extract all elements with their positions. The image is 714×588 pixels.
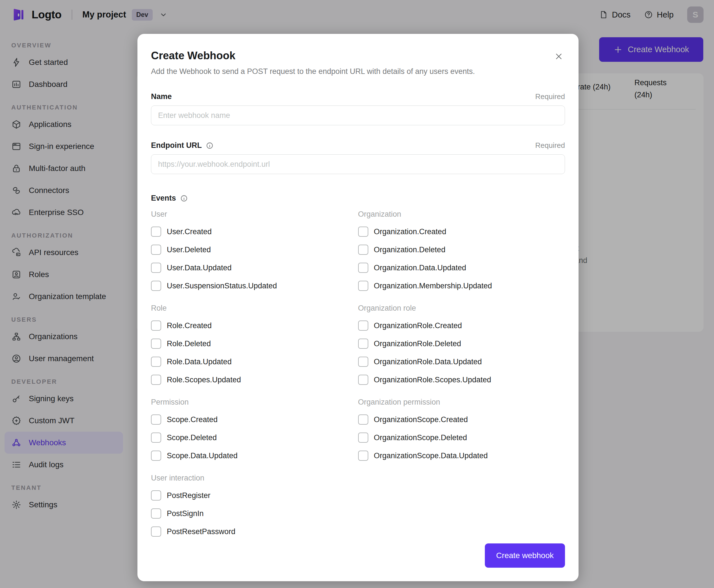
checkbox-unchecked-icon[interactable]: [358, 320, 368, 331]
event-option-label: User.Created: [167, 227, 212, 236]
event-option-user-suspensionstatus-updated[interactable]: User.SuspensionStatus.Updated: [151, 281, 358, 291]
checkbox-unchecked-icon[interactable]: [358, 339, 368, 349]
create-webhook-modal: Create Webhook Add the Webhook to send a…: [138, 34, 579, 581]
event-option-role-deleted[interactable]: Role.Deleted: [151, 339, 358, 349]
event-option-user-created[interactable]: User.Created: [151, 227, 358, 237]
event-option-scope-deleted[interactable]: Scope.Deleted: [151, 433, 358, 443]
event-option-label: Role.Scopes.Updated: [167, 376, 241, 384]
event-option-postsignin[interactable]: PostSignIn: [151, 508, 358, 519]
event-option-user-data-updated[interactable]: User.Data.Updated: [151, 263, 358, 273]
event-option-user-deleted[interactable]: User.Deleted: [151, 245, 358, 255]
event-option-organizationscope-data-updated[interactable]: OrganizationScope.Data.Updated: [358, 450, 565, 461]
event-option-label: Role.Data.Updated: [167, 357, 232, 366]
event-option-label: User.Deleted: [167, 246, 211, 254]
checkbox-unchecked-icon[interactable]: [151, 526, 161, 537]
event-group-heading: Organization role: [358, 304, 565, 313]
create-webhook-submit-button[interactable]: Create webhook: [485, 543, 565, 568]
event-option-organization-membership-updated[interactable]: Organization.Membership.Updated: [358, 281, 565, 291]
checkbox-unchecked-icon[interactable]: [151, 281, 161, 291]
checkbox-unchecked-icon[interactable]: [151, 450, 161, 461]
events-section-label: Events: [151, 194, 176, 203]
modal-title: Create Webhook: [151, 50, 235, 62]
event-option-label: Organization.Deleted: [374, 246, 446, 254]
checkbox-unchecked-icon[interactable]: [151, 263, 161, 273]
endpoint-url-field-label: Endpoint URL: [151, 141, 202, 150]
event-option-organizationrole-deleted[interactable]: OrganizationRole.Deleted: [358, 339, 565, 349]
event-group-heading: Role: [151, 304, 358, 313]
event-option-label: OrganizationScope.Deleted: [374, 434, 467, 442]
checkbox-unchecked-icon[interactable]: [358, 263, 368, 273]
event-group-organization-permission: Organization permissionOrganizationScope…: [358, 398, 565, 461]
event-option-label: Scope.Created: [167, 415, 217, 424]
event-group-organization-role: Organization roleOrganizationRole.Create…: [358, 304, 565, 385]
event-group-organization: OrganizationOrganization.CreatedOrganiza…: [358, 210, 565, 291]
event-option-label: OrganizationScope.Data.Updated: [374, 451, 488, 460]
endpoint-url-input[interactable]: [151, 154, 565, 174]
event-option-label: OrganizationRole.Deleted: [374, 339, 461, 348]
checkbox-unchecked-icon[interactable]: [358, 227, 368, 237]
event-group-role: RoleRole.CreatedRole.DeletedRole.Data.Up…: [151, 304, 358, 385]
checkbox-unchecked-icon[interactable]: [358, 281, 368, 291]
event-option-organizationrole-created[interactable]: OrganizationRole.Created: [358, 320, 565, 331]
event-option-postregister[interactable]: PostRegister: [151, 490, 358, 501]
info-icon: [206, 142, 214, 149]
event-group-heading: User: [151, 210, 358, 219]
checkbox-unchecked-icon[interactable]: [151, 320, 161, 331]
event-option-role-data-updated[interactable]: Role.Data.Updated: [151, 357, 358, 367]
event-option-label: Scope.Data.Updated: [167, 451, 238, 460]
event-option-organization-deleted[interactable]: Organization.Deleted: [358, 245, 565, 255]
checkbox-unchecked-icon[interactable]: [151, 508, 161, 519]
event-option-scope-data-updated[interactable]: Scope.Data.Updated: [151, 450, 358, 461]
modal-subtitle: Add the Webhook to send a POST request t…: [151, 67, 565, 76]
event-group-user: UserUser.CreatedUser.DeletedUser.Data.Up…: [151, 210, 358, 291]
event-group-heading: User interaction: [151, 474, 358, 482]
event-option-organization-data-updated[interactable]: Organization.Data.Updated: [358, 263, 565, 273]
event-group-heading: Organization: [358, 210, 565, 219]
event-option-label: PostResetPassword: [167, 527, 235, 536]
endpoint-required-badge: Required: [535, 141, 565, 150]
event-option-organizationrole-data-updated[interactable]: OrganizationRole.Data.Updated: [358, 357, 565, 367]
checkbox-unchecked-icon[interactable]: [358, 415, 368, 425]
checkbox-unchecked-icon[interactable]: [151, 433, 161, 443]
event-option-label: Organization.Data.Updated: [374, 264, 466, 272]
event-option-organization-created[interactable]: Organization.Created: [358, 227, 565, 237]
name-field-label: Name: [151, 92, 172, 101]
event-option-label: PostRegister: [167, 491, 211, 500]
event-option-organizationscope-deleted[interactable]: OrganizationScope.Deleted: [358, 433, 565, 443]
event-option-label: Organization.Membership.Updated: [374, 281, 492, 290]
event-option-scope-created[interactable]: Scope.Created: [151, 415, 358, 425]
event-option-label: User.SuspensionStatus.Updated: [167, 281, 277, 290]
checkbox-unchecked-icon[interactable]: [151, 339, 161, 349]
event-option-label: OrganizationRole.Data.Updated: [374, 357, 482, 366]
info-icon: [180, 194, 188, 202]
event-group-user-interaction: User interactionPostRegisterPostSignInPo…: [151, 474, 358, 537]
event-option-label: PostSignIn: [167, 509, 204, 518]
event-option-label: User.Data.Updated: [167, 264, 232, 272]
event-option-organizationscope-created[interactable]: OrganizationScope.Created: [358, 415, 565, 425]
event-option-postresetpassword[interactable]: PostResetPassword: [151, 526, 358, 537]
event-option-label: Scope.Deleted: [167, 434, 217, 442]
close-icon[interactable]: [552, 50, 565, 63]
event-option-label: Organization.Created: [374, 227, 446, 236]
event-option-role-created[interactable]: Role.Created: [151, 320, 358, 331]
event-option-role-scopes-updated[interactable]: Role.Scopes.Updated: [151, 375, 358, 385]
checkbox-unchecked-icon[interactable]: [358, 357, 368, 367]
event-option-label: OrganizationRole.Scopes.Updated: [374, 376, 491, 384]
checkbox-unchecked-icon[interactable]: [358, 433, 368, 443]
webhook-name-input[interactable]: [151, 106, 565, 125]
name-required-badge: Required: [535, 92, 565, 101]
checkbox-unchecked-icon[interactable]: [151, 357, 161, 367]
event-option-organizationrole-scopes-updated[interactable]: OrganizationRole.Scopes.Updated: [358, 375, 565, 385]
checkbox-unchecked-icon[interactable]: [151, 415, 161, 425]
checkbox-unchecked-icon[interactable]: [358, 450, 368, 461]
event-group-heading: Permission: [151, 398, 358, 406]
event-option-label: Role.Created: [167, 321, 212, 330]
event-option-label: Role.Deleted: [167, 339, 211, 348]
checkbox-unchecked-icon[interactable]: [358, 245, 368, 255]
checkbox-unchecked-icon[interactable]: [151, 375, 161, 385]
checkbox-unchecked-icon[interactable]: [151, 245, 161, 255]
checkbox-unchecked-icon[interactable]: [151, 490, 161, 501]
checkbox-unchecked-icon[interactable]: [151, 227, 161, 237]
checkbox-unchecked-icon[interactable]: [358, 375, 368, 385]
events-grid: UserUser.CreatedUser.DeletedUser.Data.Up…: [151, 210, 565, 537]
